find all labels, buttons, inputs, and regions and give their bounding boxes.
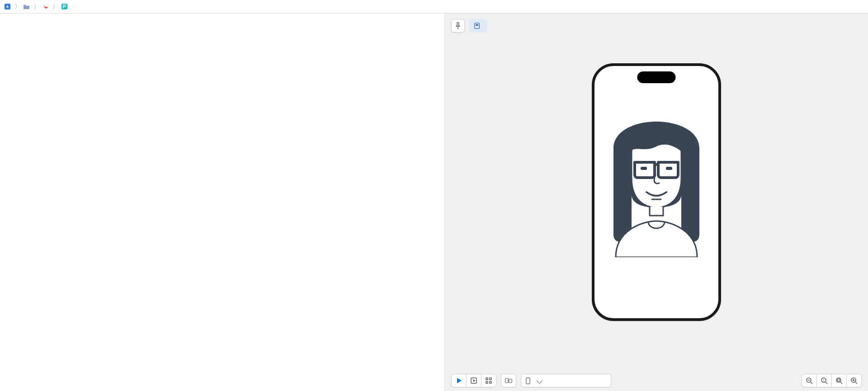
run-preview-button[interactable] bbox=[451, 374, 466, 387]
phone-power-button-graphic bbox=[720, 132, 721, 163]
pin-button[interactable] bbox=[451, 19, 465, 33]
app-icon bbox=[4, 3, 11, 10]
device-selector[interactable] bbox=[521, 374, 611, 387]
breadcrumb-bar: 〉 〉 〉 P bbox=[0, 0, 868, 14]
svg-rect-7 bbox=[666, 167, 672, 170]
zoom-in-button[interactable] bbox=[846, 374, 862, 387]
preview-chip[interactable] bbox=[469, 19, 487, 33]
code-editor[interactable] bbox=[0, 14, 445, 391]
svg-text:P: P bbox=[63, 4, 66, 9]
selectable-mode-button[interactable] bbox=[466, 374, 481, 387]
preview-panel: 1 bbox=[445, 14, 868, 391]
preview-canvas[interactable] bbox=[445, 14, 868, 370]
svg-rect-13 bbox=[490, 382, 491, 383]
preview-toolbar: 1 bbox=[445, 370, 868, 391]
svg-rect-25 bbox=[838, 379, 840, 382]
property-icon: P bbox=[61, 3, 68, 10]
chevron-right-icon: 〉 bbox=[33, 3, 40, 11]
svg-rect-4 bbox=[476, 24, 478, 26]
zoom-fit-button[interactable] bbox=[831, 374, 846, 387]
svg-line-24 bbox=[840, 382, 842, 384]
svg-line-18 bbox=[811, 382, 812, 384]
swift-icon bbox=[42, 3, 49, 10]
chevron-right-icon: 〉 bbox=[14, 3, 21, 11]
svg-rect-6 bbox=[641, 167, 647, 170]
variants-button[interactable] bbox=[481, 374, 496, 387]
zoom-out-button[interactable] bbox=[802, 374, 816, 387]
phone-volume-up-graphic bbox=[592, 129, 593, 149]
phone-volume-down-graphic bbox=[592, 154, 593, 174]
svg-rect-12 bbox=[486, 382, 488, 383]
svg-line-21 bbox=[826, 382, 827, 384]
svg-line-27 bbox=[855, 382, 857, 384]
chevron-down-icon bbox=[537, 378, 542, 384]
svg-rect-11 bbox=[490, 378, 491, 380]
svg-text:1: 1 bbox=[823, 379, 825, 382]
phone-mute-switch-graphic bbox=[592, 113, 593, 123]
phone-frame bbox=[592, 63, 721, 321]
svg-rect-14 bbox=[505, 378, 508, 383]
device-settings-button[interactable] bbox=[501, 374, 516, 387]
phone-screen bbox=[594, 66, 718, 318]
svg-rect-10 bbox=[486, 378, 488, 380]
folder-icon bbox=[23, 3, 30, 10]
svg-rect-15 bbox=[509, 379, 512, 383]
zoom-actual-button[interactable]: 1 bbox=[816, 374, 831, 387]
svg-rect-16 bbox=[526, 377, 530, 383]
chevron-right-icon: 〉 bbox=[52, 3, 59, 11]
avatar-image bbox=[602, 94, 711, 259]
svg-point-23 bbox=[836, 378, 841, 382]
